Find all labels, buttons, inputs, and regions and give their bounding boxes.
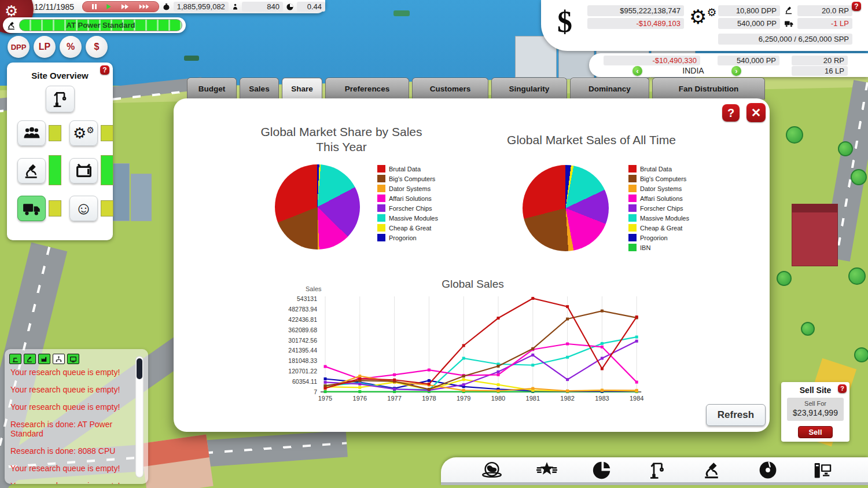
dialog-help-button[interactable]: ? — [722, 104, 740, 122]
data-point — [531, 354, 534, 357]
legend-swatch — [377, 195, 385, 202]
production-button[interactable]: ⚙⚙ — [69, 120, 98, 146]
legend-item: Forscher Chips — [377, 204, 438, 212]
site-overview-help-button[interactable]: ? — [100, 65, 109, 75]
marketing-button[interactable] — [69, 158, 98, 184]
prev-region-button[interactable]: ‹ — [632, 66, 642, 76]
share-dialog: ? ✕ Global Market Share by Sales This Ye… — [174, 98, 770, 432]
research-indicator — [49, 155, 61, 185]
fast-forward-button[interactable] — [121, 3, 129, 10]
tree — [851, 169, 867, 185]
legend-item: Progorion — [377, 234, 438, 241]
hardware-computer-icon[interactable] — [812, 460, 833, 480]
data-point — [566, 356, 569, 359]
legend-swatch — [628, 244, 637, 251]
legend-label: Brutal Data — [640, 166, 672, 173]
tab-sales[interactable]: Sales — [240, 78, 279, 100]
refresh-button[interactable]: Refresh — [706, 404, 766, 426]
quick-button-[interactable]: % — [60, 36, 82, 58]
tab-customers[interactable]: Customers — [412, 78, 488, 100]
quick-button-dpp[interactable]: DPP — [8, 36, 30, 58]
legend-swatch — [377, 165, 385, 173]
logistics-button[interactable] — [17, 196, 46, 221]
legend-label: Forscher Chips — [389, 205, 432, 212]
stats-icon[interactable] — [53, 354, 65, 364]
finance-help-button[interactable]: ? — [852, 2, 861, 11]
region-bar: -$10,490,330 540,000 PP 20 RP ‹ INDIA › … — [589, 53, 868, 77]
data-point — [358, 377, 361, 380]
legend-swatch — [628, 185, 637, 192]
message-log-items: Your research queue is empty!Your resear… — [10, 368, 148, 484]
satisfaction-button[interactable]: ☺ — [69, 196, 98, 221]
data-point — [497, 390, 500, 392]
data-point — [324, 365, 327, 368]
legend-label: Affari Solutions — [640, 195, 683, 202]
legend-label: Affari Solutions — [389, 195, 432, 202]
monitor-icon[interactable] — [67, 354, 79, 364]
tv-icon — [75, 162, 93, 180]
data-point — [358, 390, 361, 393]
microscope-icon — [23, 162, 41, 180]
market-pie-icon[interactable] — [592, 460, 613, 480]
tab-share[interactable]: Share — [282, 78, 322, 100]
pp-value: 540,000 PP — [718, 18, 780, 29]
quick-button-[interactable]: $ — [86, 36, 108, 58]
world-map-icon[interactable] — [481, 460, 502, 480]
legend-swatch — [377, 214, 385, 222]
scrollbar-thumb[interactable] — [137, 358, 142, 379]
factory-icon[interactable] — [38, 354, 50, 364]
research-icon[interactable] — [24, 354, 36, 364]
region-name: INDIA — [647, 66, 740, 75]
data-point — [601, 389, 604, 392]
pause-button[interactable] — [92, 4, 97, 9]
software-disc-icon[interactable] — [757, 460, 778, 480]
legend-label: Cheap & Great — [389, 225, 431, 232]
next-region-button[interactable]: › — [731, 66, 741, 76]
sell-site-help-button[interactable]: ? — [838, 384, 847, 393]
legend-label: Brutal Data — [389, 166, 421, 173]
data-point — [601, 346, 604, 348]
staff-button[interactable] — [17, 120, 46, 146]
x-tick-label: 1984 — [630, 395, 643, 402]
message-log-scrollbar[interactable] — [135, 356, 144, 478]
market-share-icon — [286, 3, 294, 11]
legend-swatch — [628, 175, 637, 182]
tab-singularity[interactable]: Singularity — [491, 78, 567, 100]
population-value: 840 — [242, 2, 283, 12]
data-point — [531, 297, 534, 300]
market-share-pie-chart — [275, 164, 360, 249]
legend-swatch — [377, 234, 385, 241]
tab-budget[interactable]: Budget — [187, 78, 237, 100]
quick-button-lp[interactable]: LP — [34, 36, 56, 58]
data-point — [601, 310, 604, 313]
x-tick-label: 1978 — [422, 395, 436, 402]
fastest-forward-button[interactable] — [139, 3, 149, 10]
data-point — [324, 390, 327, 393]
dock-icon[interactable] — [9, 354, 21, 364]
log-message: Your research queue is empty! — [10, 481, 129, 484]
dialog-close-button[interactable]: ✕ — [746, 103, 766, 122]
tab-dominancy[interactable]: Dominancy — [570, 78, 649, 100]
series-line-affari-solutions — [325, 344, 637, 382]
bottom-toolbar — [441, 457, 868, 485]
research-progress-bar[interactable]: AT Power Standard — [3, 17, 186, 33]
sell-price-value: $23,914,999 — [787, 408, 844, 417]
region-rp-value: 20 RP — [792, 56, 848, 65]
line-chart-title: Global Sales — [386, 278, 560, 291]
top-status-bar: 12/11/1985 1,885,959,082 840 0.44 — [13, 0, 325, 13]
fan-star-icon[interactable] — [536, 460, 557, 480]
tab-fan-distrubition[interactable]: Fan Distrubition — [652, 78, 765, 100]
data-point — [635, 315, 638, 318]
sell-button[interactable]: Sell — [798, 426, 833, 438]
data-point — [462, 357, 465, 359]
play-button[interactable] — [106, 3, 112, 10]
tab-preferences[interactable]: Preferences — [325, 78, 409, 100]
pie1-title-line1: Global Market Share by Sales — [226, 125, 457, 139]
build-crane-button[interactable] — [46, 86, 75, 112]
construction-crane-icon[interactable] — [647, 460, 668, 480]
research-button[interactable] — [17, 158, 46, 184]
research-microscope-icon[interactable] — [702, 460, 723, 480]
data-point — [358, 386, 361, 389]
legend-item: Cheap & Great — [628, 224, 689, 232]
satisfaction-indicator — [101, 200, 113, 217]
